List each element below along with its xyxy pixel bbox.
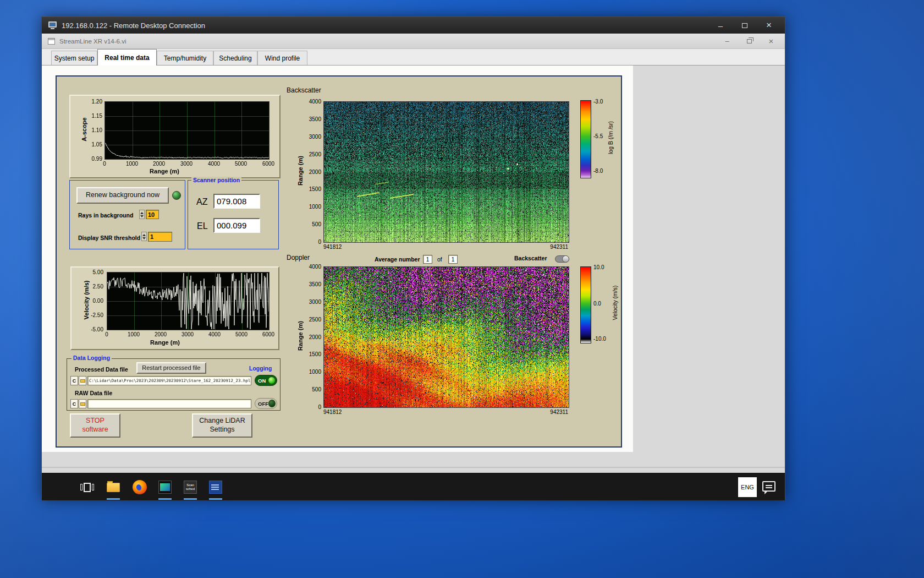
raw-drive-selector[interactable]: C bbox=[70, 399, 78, 408]
app-screen-icon bbox=[158, 481, 172, 494]
velocity-graph-frame: Velocity (m/s) 5.00 2.50 0.00 -2.50 -5.0… bbox=[70, 266, 279, 350]
rdp-close-button[interactable]: × bbox=[760, 19, 778, 31]
rdp-titlebar[interactable]: 192.168.0.122 - Remote Desktop Connectio… bbox=[42, 17, 785, 34]
azimuth-value-field[interactable]: 079.008 bbox=[213, 194, 260, 209]
change-lidar-settings-button[interactable]: Change LiDAR Settings bbox=[192, 413, 252, 438]
rdp-minimize-button[interactable]: – bbox=[711, 19, 730, 31]
backscatter-ytick: 1000 bbox=[304, 204, 321, 210]
ascope-ytick: 1.20 bbox=[85, 99, 102, 105]
doppler-heatmap bbox=[323, 266, 569, 408]
on-led bbox=[268, 377, 276, 384]
tab-real-time-data[interactable]: Real time data bbox=[97, 49, 157, 66]
main-panel: A-scope 1.20 1.15 1.10 1.05 0.99 0 1000 … bbox=[56, 75, 622, 448]
stop-line2: software bbox=[82, 426, 108, 434]
ascope-ytick: 1.15 bbox=[85, 113, 102, 119]
velocity-ytick: 2.50 bbox=[85, 283, 103, 290]
scan-scheduler-button[interactable]: Scan sched bbox=[183, 479, 198, 495]
ascope-plot bbox=[105, 101, 270, 160]
backscatter-x-start: 941812 bbox=[323, 244, 342, 250]
app-minimize-button[interactable]: – bbox=[722, 37, 732, 46]
pinned-app-button[interactable] bbox=[157, 479, 173, 495]
notification-icon[interactable] bbox=[762, 481, 776, 492]
pinned-app2-button[interactable] bbox=[208, 479, 223, 495]
task-view-button[interactable] bbox=[79, 479, 95, 495]
backscatter-toggle-label: Backscatter bbox=[514, 255, 547, 261]
velocity-ytick: 0.00 bbox=[85, 298, 103, 304]
taskbar: Scan sched ENG bbox=[42, 473, 785, 500]
background-controls-box: Renew background now Rays in background … bbox=[69, 180, 185, 249]
running-indicator bbox=[158, 498, 172, 500]
doppler-cb-label: Velocity (m/s) bbox=[612, 274, 618, 331]
renew-background-button[interactable]: Renew background now bbox=[76, 187, 169, 204]
velocity-ytick: -2.50 bbox=[85, 312, 103, 318]
doppler-y-axis-label: Range (m) bbox=[297, 319, 304, 352]
doppler-title: Doppler bbox=[287, 254, 310, 261]
velocity-ytick: 5.00 bbox=[85, 269, 103, 275]
running-indicator bbox=[209, 498, 222, 500]
backscatter-x-end: 942311 bbox=[535, 244, 568, 250]
backscatter-toggle[interactable] bbox=[555, 255, 569, 263]
raw-logging-off-toggle[interactable]: OFF bbox=[255, 398, 277, 409]
tab-system-setup[interactable]: System setup bbox=[51, 51, 97, 65]
backscatter-ytick: 3000 bbox=[304, 134, 321, 140]
backscatter-ytick: 0 bbox=[304, 239, 321, 245]
azimuth-label: AZ bbox=[196, 197, 207, 207]
processed-logging-on-toggle[interactable]: ON bbox=[255, 375, 277, 386]
scan-icon-line1: Scan bbox=[186, 483, 194, 487]
processed-drive-selector[interactable]: C bbox=[70, 376, 78, 385]
ascope-graph-frame: A-scope 1.20 1.15 1.10 1.05 0.99 0 1000 … bbox=[69, 95, 280, 178]
restart-processed-file-button[interactable]: Restart processed file bbox=[136, 362, 206, 374]
stop-line1: STOP bbox=[86, 417, 105, 426]
language-indicator[interactable]: ENG bbox=[738, 477, 757, 497]
ascope-xtick: 0 bbox=[95, 161, 114, 167]
rdp-maximize-button[interactable] bbox=[735, 19, 754, 31]
tab-scheduling[interactable]: Scheduling bbox=[213, 51, 257, 65]
doppler-x-start: 941812 bbox=[323, 409, 342, 415]
elevation-label: EL bbox=[197, 221, 208, 231]
processed-path-field[interactable]: C:\Lidar\Data\Proc\2023\202309\20230912\… bbox=[87, 376, 251, 385]
velocity-xtick: 1000 bbox=[124, 331, 144, 337]
tab-wind-profile[interactable]: Wind profile bbox=[257, 51, 307, 65]
velocity-xtick: 5000 bbox=[232, 331, 251, 337]
running-indicator bbox=[107, 498, 120, 500]
app-titlebar[interactable]: StreamLine XR v14-6.vi – × bbox=[42, 34, 785, 49]
backscatter-ytick: 2500 bbox=[304, 151, 321, 157]
snr-spinner[interactable] bbox=[141, 232, 147, 241]
app-close-button[interactable]: × bbox=[766, 37, 776, 46]
average-total-field[interactable]: 1 bbox=[448, 255, 458, 264]
velocity-xtick: 6000 bbox=[258, 331, 278, 337]
rays-value-field[interactable]: 10 bbox=[146, 210, 159, 219]
velocity-xtick: 3000 bbox=[178, 331, 197, 337]
backscatter-cb-tick: -3.0 bbox=[593, 99, 603, 105]
average-number-field[interactable]: 1 bbox=[423, 255, 432, 264]
ascope-xtick: 2000 bbox=[149, 161, 169, 167]
remote-desktop-icon bbox=[48, 21, 57, 29]
processed-data-file-label: Processed Data file bbox=[75, 366, 128, 373]
processed-browse-folder-icon[interactable] bbox=[79, 376, 86, 385]
tab-bar: System setup Real time data Temp/humidit… bbox=[42, 49, 785, 66]
doppler-ytick: 3500 bbox=[304, 281, 321, 287]
file-explorer-button[interactable] bbox=[106, 479, 121, 495]
backscatter-cb-label: log B (/m /sr) bbox=[607, 110, 614, 165]
backscatter-title: Backscatter bbox=[287, 86, 321, 94]
ascope-xtick: 6000 bbox=[258, 161, 278, 167]
ascope-xtick: 3000 bbox=[177, 161, 196, 167]
snr-value-field[interactable]: 1 bbox=[148, 232, 172, 242]
off-led bbox=[268, 400, 276, 407]
stop-software-button[interactable]: STOP software bbox=[70, 413, 120, 438]
firefox-button[interactable] bbox=[132, 479, 147, 495]
snr-threshold-label: Display SNR threshold bbox=[78, 235, 140, 241]
rdp-caption-buttons: – × bbox=[711, 19, 778, 31]
raw-path-field[interactable] bbox=[87, 399, 251, 408]
data-logging-title: Data Logging bbox=[72, 355, 112, 361]
raw-browse-folder-icon[interactable] bbox=[79, 399, 86, 408]
settings-line1: Change LiDAR bbox=[199, 417, 245, 426]
app-restore-button[interactable] bbox=[744, 37, 754, 46]
velocity-xtick: 0 bbox=[97, 331, 117, 337]
backscatter-ytick: 2000 bbox=[304, 169, 321, 175]
tab-temp-humidity[interactable]: Temp/humidity bbox=[157, 51, 213, 65]
backscatter-heatmap bbox=[323, 101, 569, 243]
elevation-value-field[interactable]: 000.099 bbox=[213, 218, 260, 233]
rays-spinner[interactable] bbox=[139, 210, 145, 219]
ascope-xtick: 5000 bbox=[231, 161, 251, 167]
